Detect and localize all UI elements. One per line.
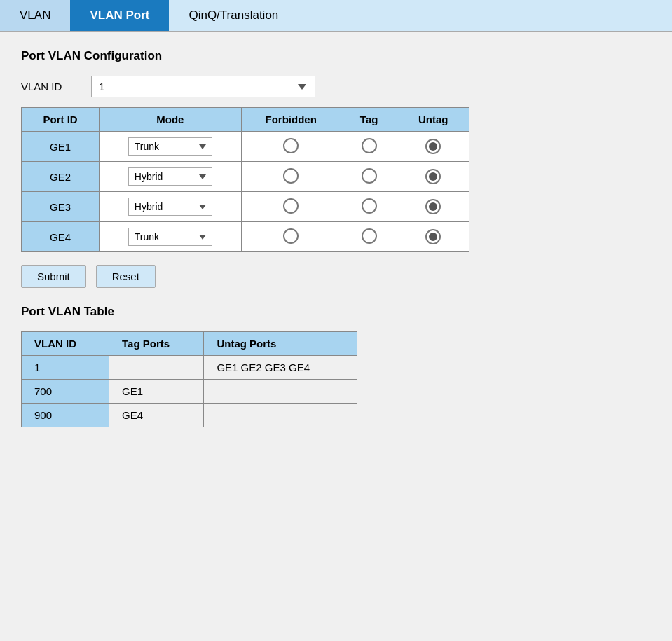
untag-radio-GE2[interactable] — [397, 162, 469, 192]
col-header-untag: Untag — [397, 108, 469, 132]
untag-radio-GE3[interactable] — [397, 192, 469, 222]
tag-radio-GE1[interactable] — [341, 132, 397, 162]
mode-cell-GE3: AccessTrunkHybrid — [100, 192, 241, 222]
forbidden-radio-outer-GE4[interactable] — [283, 228, 299, 244]
port-id-GE2: GE2 — [22, 162, 100, 192]
vlan-table-tag-ports-700: GE1 — [109, 380, 204, 404]
vlan-id-label: VLAN ID — [21, 81, 77, 92]
mode-select-GE2[interactable]: AccessTrunkHybrid — [128, 167, 212, 186]
main-content: Port VLAN Configuration VLAN ID 1 700 90… — [0, 32, 672, 444]
forbidden-radio-GE3[interactable] — [241, 192, 341, 222]
untag-radio-GE1[interactable] — [397, 132, 469, 162]
untag-radio-GE4[interactable] — [397, 222, 469, 252]
untag-radio-inner-GE3 — [429, 202, 437, 211]
vlan-col-vlan-id: VLAN ID — [22, 332, 109, 356]
tag-radio-outer-GE4[interactable] — [362, 228, 377, 244]
mode-cell-GE1: AccessTrunkHybrid — [100, 132, 241, 162]
untag-radio-outer-GE4[interactable] — [425, 229, 441, 244]
tag-radio-GE3[interactable] — [341, 192, 397, 222]
vlan-table-vlan-id-1: 1 — [22, 356, 109, 380]
mode-cell-GE2: AccessTrunkHybrid — [100, 162, 241, 192]
tab-qinq[interactable]: QinQ/Translation — [169, 0, 298, 31]
vlan-table-tag-ports-1 — [109, 356, 204, 380]
tag-radio-outer-GE2[interactable] — [362, 168, 377, 184]
tab-vlan[interactable]: VLAN — [0, 0, 70, 31]
vlan-table-row: 900GE4 — [22, 404, 357, 427]
tag-radio-outer-GE3[interactable] — [362, 198, 377, 214]
untag-radio-inner-GE1 — [429, 142, 437, 151]
tag-radio-GE4[interactable] — [341, 222, 397, 252]
port-id-GE3: GE3 — [22, 192, 100, 222]
forbidden-radio-outer-GE1[interactable] — [283, 138, 299, 153]
vlan-table-tag-ports-900: GE4 — [109, 404, 204, 427]
col-header-tag: Tag — [341, 108, 397, 132]
vlan-table-untag-ports-900 — [204, 404, 357, 427]
port-id-GE1: GE1 — [22, 132, 100, 162]
mode-cell-GE4: AccessTrunkHybrid — [100, 222, 241, 252]
untag-radio-inner-GE4 — [429, 233, 437, 241]
tag-radio-GE2[interactable] — [341, 162, 397, 192]
config-table: Port ID Mode Forbidden Tag Untag GE1Acce… — [21, 107, 469, 252]
col-header-forbidden: Forbidden — [241, 108, 341, 132]
page-container: VLAN VLAN Port QinQ/Translation Port VLA… — [0, 0, 672, 641]
vlan-table-row: 700GE1 — [22, 380, 357, 404]
mode-select-GE4[interactable]: AccessTrunkHybrid — [128, 228, 212, 246]
forbidden-radio-outer-GE2[interactable] — [283, 168, 299, 184]
untag-radio-inner-GE2 — [429, 172, 437, 181]
vlan-id-select[interactable]: 1 700 900 — [91, 76, 315, 97]
tag-radio-outer-GE1[interactable] — [362, 138, 377, 153]
mode-select-GE1[interactable]: AccessTrunkHybrid — [128, 137, 212, 156]
col-header-port-id: Port ID — [22, 108, 100, 132]
vlan-table-untag-ports-700 — [204, 380, 357, 404]
untag-radio-outer-GE2[interactable] — [425, 169, 441, 184]
mode-select-GE3[interactable]: AccessTrunkHybrid — [128, 198, 212, 216]
forbidden-radio-GE2[interactable] — [241, 162, 341, 192]
vlan-table-section-title: Port VLAN Table — [21, 305, 651, 319]
vlan-table: VLAN ID Tag Ports Untag Ports 1GE1 GE2 G… — [21, 331, 357, 427]
reset-button[interactable]: Reset — [96, 265, 156, 288]
untag-radio-outer-GE3[interactable] — [425, 199, 441, 214]
vlan-table-row: 1GE1 GE2 GE3 GE4 — [22, 356, 357, 380]
vlan-col-untag-ports: Untag Ports — [204, 332, 357, 356]
config-section-title: Port VLAN Configuration — [21, 49, 651, 63]
untag-radio-outer-GE1[interactable] — [425, 139, 441, 154]
col-header-mode: Mode — [100, 108, 241, 132]
vlan-id-row: VLAN ID 1 700 900 — [21, 76, 651, 97]
vlan-table-vlan-id-900: 900 — [22, 404, 109, 427]
forbidden-radio-outer-GE3[interactable] — [283, 198, 299, 214]
submit-button[interactable]: Submit — [21, 265, 86, 288]
forbidden-radio-GE4[interactable] — [241, 222, 341, 252]
vlan-table-vlan-id-700: 700 — [22, 380, 109, 404]
port-id-GE4: GE4 — [22, 222, 100, 252]
tab-vlan-port[interactable]: VLAN Port — [70, 0, 169, 31]
vlan-table-untag-ports-1: GE1 GE2 GE3 GE4 — [204, 356, 357, 380]
vlan-col-tag-ports: Tag Ports — [109, 332, 204, 356]
button-row: Submit Reset — [21, 265, 651, 288]
forbidden-radio-GE1[interactable] — [241, 132, 341, 162]
tab-bar: VLAN VLAN Port QinQ/Translation — [0, 0, 672, 32]
